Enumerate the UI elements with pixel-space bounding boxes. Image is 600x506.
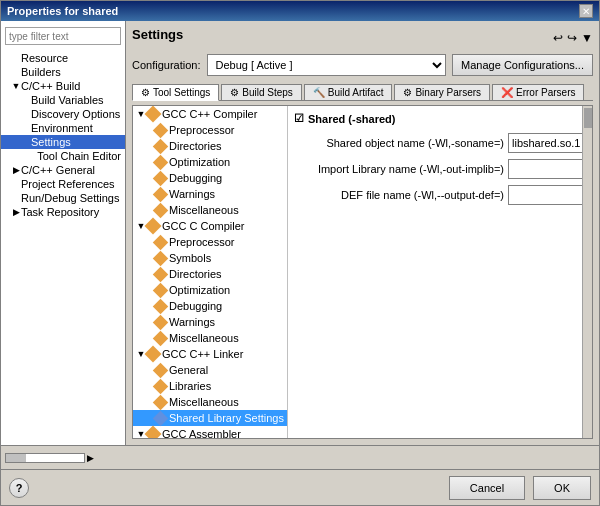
tree-leaf-miscellaneous-linker[interactable]: Miscellaneous xyxy=(133,394,287,410)
sidebar-item-label: Build Variables xyxy=(31,94,104,106)
tree-node-gcc-c-compiler[interactable]: ▼ GCC C Compiler xyxy=(133,218,287,234)
tree-node-gcc-cpp-compiler[interactable]: ▼ GCC C++ Compiler xyxy=(133,106,287,122)
leaf-icon xyxy=(153,234,169,250)
cancel-button[interactable]: Cancel xyxy=(449,476,525,500)
tree-leaf-label: Optimization xyxy=(169,156,230,168)
sidebar-item-task-repository[interactable]: ▶ Task Repository xyxy=(1,205,125,219)
scroll-thumb xyxy=(6,454,26,462)
prop-label: Shared object name (-Wl,-soname=) xyxy=(294,137,504,149)
tab-label: Binary Parsers xyxy=(415,87,481,98)
sidebar-item-environment[interactable]: Environment xyxy=(1,121,125,135)
tab-binary-parsers[interactable]: ⚙ Binary Parsers xyxy=(394,84,490,100)
leaf-icon xyxy=(153,186,169,202)
tree-leaf-preprocessor[interactable]: Preprocessor xyxy=(133,122,287,138)
tree-node-label: GCC C++ Linker xyxy=(162,348,243,360)
sidebar-item-c-cpp-build[interactable]: ▼ C/C++ Build xyxy=(1,79,125,93)
sidebar-item-label: C/C++ General xyxy=(21,164,95,176)
tree-leaf-symbols[interactable]: Symbols xyxy=(133,250,287,266)
leaf-icon xyxy=(153,202,169,218)
sidebar-item-label: Tool Chain Editor xyxy=(37,150,121,162)
panel-title: Settings xyxy=(132,27,183,42)
right-panel: Settings ↩ ↪ ▼ Configuration: Debug [ Ac… xyxy=(126,21,599,445)
scrollbar-thumb[interactable] xyxy=(584,108,592,128)
sidebar-item-settings[interactable]: Settings xyxy=(1,135,125,149)
sidebar-item-label: Project References xyxy=(21,178,115,190)
tree-leaf-directories[interactable]: Directories xyxy=(133,138,287,154)
tree-leaf-libraries[interactable]: Libraries xyxy=(133,378,287,394)
prop-input-soname[interactable] xyxy=(508,133,582,153)
sidebar-item-builders[interactable]: Builders xyxy=(1,65,125,79)
config-select[interactable]: Debug [ Active ] xyxy=(207,54,447,76)
tab-error-parsers[interactable]: ❌ Error Parsers xyxy=(492,84,584,100)
sidebar-item-run-debug-settings[interactable]: Run/Debug Settings xyxy=(1,191,125,205)
filter-input[interactable] xyxy=(5,27,121,45)
tab-icon: ⚙ xyxy=(230,87,239,98)
tree-node-gcc-assembler[interactable]: ▼ GCC Assembler xyxy=(133,426,287,438)
panel-action-icon2[interactable]: ↪ xyxy=(567,31,577,45)
section-title-text: Shared (-shared) xyxy=(308,113,395,125)
footer: ? Cancel OK xyxy=(1,469,599,505)
bottom-bar: ▶ xyxy=(1,445,599,469)
scroll-bar[interactable] xyxy=(5,453,85,463)
tree-leaf-optimization[interactable]: Optimization xyxy=(133,154,287,170)
sidebar-item-tool-chain-editor[interactable]: Tool Chain Editor xyxy=(1,149,125,163)
sidebar-item-c-cpp-general[interactable]: ▶ C/C++ General xyxy=(1,163,125,177)
leaf-icon xyxy=(153,266,169,282)
tree-node-gcc-cpp-linker[interactable]: ▼ GCC C++ Linker xyxy=(133,346,287,362)
ok-button[interactable]: OK xyxy=(533,476,591,500)
scrollbar[interactable] xyxy=(582,106,592,438)
prop-row-def: DEF file name (-Wl,--output-def=) xyxy=(294,185,576,205)
leaf-icon xyxy=(153,122,169,138)
sidebar-item-build-variables[interactable]: Build Variables xyxy=(1,93,125,107)
tree-leaf-shared-library-settings[interactable]: Shared Library Settings xyxy=(133,410,287,426)
tab-build-artifact[interactable]: 🔨 Build Artifact xyxy=(304,84,393,100)
scroll-arrow-right[interactable]: ▶ xyxy=(87,453,94,463)
tree-leaf-miscellaneous[interactable]: Miscellaneous xyxy=(133,202,287,218)
tree-leaf-warnings[interactable]: Warnings xyxy=(133,186,287,202)
tree-leaf-label: Warnings xyxy=(169,188,215,200)
tree-leaf-directories-c[interactable]: Directories xyxy=(133,266,287,282)
tree-node-label: GCC C Compiler xyxy=(162,220,245,232)
window-title: Properties for shared xyxy=(7,5,118,17)
tab-label: Build Artifact xyxy=(328,87,384,98)
tree-leaf-debugging[interactable]: Debugging xyxy=(133,170,287,186)
node-icon xyxy=(145,218,162,235)
tree-leaf-debugging-c[interactable]: Debugging xyxy=(133,298,287,314)
footer-buttons: Cancel OK xyxy=(449,476,591,500)
prop-input-def[interactable] xyxy=(508,185,582,205)
panel-action-icon1[interactable]: ↩ xyxy=(553,31,563,45)
tab-icon: ❌ xyxy=(501,87,513,98)
sidebar-item-label: Task Repository xyxy=(21,206,99,218)
leaf-icon xyxy=(153,330,169,346)
prop-input-implib[interactable] xyxy=(508,159,582,179)
config-label: Configuration: xyxy=(132,59,201,71)
tree-leaf-general-linker[interactable]: General xyxy=(133,362,287,378)
checkbox-icon[interactable]: ☑ xyxy=(294,112,304,125)
tree-leaf-label: Symbols xyxy=(169,252,211,264)
prop-row-soname: Shared object name (-Wl,-soname=) xyxy=(294,133,576,153)
tree-leaf-miscellaneous-c[interactable]: Miscellaneous xyxy=(133,330,287,346)
tree-leaf-label: Debugging xyxy=(169,172,222,184)
tree-leaf-label: Optimization xyxy=(169,284,230,296)
tree-leaf-warnings-c[interactable]: Warnings xyxy=(133,314,287,330)
sidebar-item-label: Environment xyxy=(31,122,93,134)
tree-leaf-optimization-c[interactable]: Optimization xyxy=(133,282,287,298)
prop-label: DEF file name (-Wl,--output-def=) xyxy=(294,189,504,201)
tab-label: Error Parsers xyxy=(516,87,575,98)
leaf-icon xyxy=(153,394,169,410)
tab-build-steps[interactable]: ⚙ Build Steps xyxy=(221,84,302,100)
close-button[interactable]: ✕ xyxy=(579,4,593,18)
sidebar-item-discovery-options[interactable]: Discovery Options xyxy=(1,107,125,121)
tab-tool-settings[interactable]: ⚙ Tool Settings xyxy=(132,84,219,101)
title-bar: Properties for shared ✕ xyxy=(1,1,599,21)
tool-settings-area: ▼ GCC C++ Compiler Preprocessor Director… xyxy=(132,105,593,439)
panel-action-icon3[interactable]: ▼ xyxy=(581,31,593,45)
sidebar-item-resource[interactable]: Resource xyxy=(1,51,125,65)
manage-configurations-button[interactable]: Manage Configurations... xyxy=(452,54,593,76)
node-icon xyxy=(145,346,162,363)
tree-leaf-preprocessor-c[interactable]: Preprocessor xyxy=(133,234,287,250)
sidebar-item-project-references[interactable]: Project References xyxy=(1,177,125,191)
help-button[interactable]: ? xyxy=(9,478,29,498)
leaf-icon xyxy=(153,282,169,298)
node-icon xyxy=(145,426,162,438)
